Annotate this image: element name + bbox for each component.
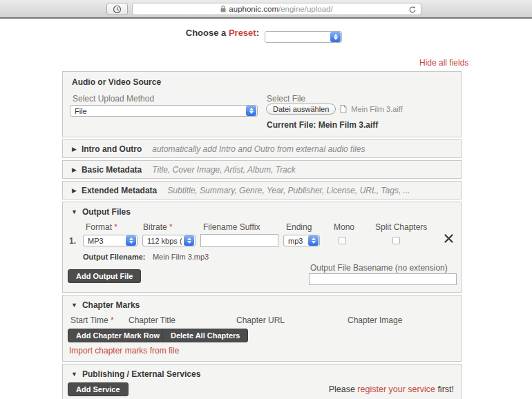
section-output-files: ▼ Output Files Format * Bitrate * Filena… — [62, 202, 462, 293]
filename-suffix-input[interactable] — [200, 234, 278, 247]
section-title: Chapter Marks — [82, 300, 140, 310]
column-header-bitrate: Bitrate * — [143, 222, 173, 232]
address-bar[interactable]: auphonic.com/engine/upload/ — [132, 3, 421, 15]
current-file-text: Current File: Mein Film 3.aiff — [267, 120, 378, 130]
bitrate-select[interactable]: 112 kbps (~49MB — [142, 235, 196, 246]
section-header-toggle[interactable]: ▼ Chapter Marks — [71, 300, 140, 310]
section-extended-metadata[interactable]: ▶ Extended Metadata Subtitle, Summary, G… — [62, 181, 462, 200]
upload-method-select[interactable]: File — [70, 105, 258, 117]
select-stepper-icon — [184, 235, 194, 246]
expanded-triangle-icon: ▼ — [71, 371, 77, 378]
section-header-toggle[interactable]: ▼ Output Files — [71, 207, 131, 217]
row-index: 1. — [69, 236, 76, 246]
expanded-triangle-icon: ▼ — [71, 208, 77, 215]
mono-checkbox[interactable] — [339, 237, 346, 244]
section-title: Publishing / External Services — [82, 369, 200, 379]
basename-input[interactable] — [309, 273, 457, 285]
url-path: /engine/upload/ — [278, 5, 333, 13]
section-intro-outro[interactable]: ▶ Intro and Outro automatically add Intr… — [62, 139, 462, 158]
collapsed-triangle-icon: ▶ — [72, 187, 77, 194]
section-publishing: ▼ Publishing / External Services Add Ser… — [62, 364, 462, 399]
hide-all-fields-link[interactable]: Hide all fields — [419, 58, 468, 68]
preset-label: Choose a Preset: — [186, 28, 259, 38]
column-header-ending: Ending — [286, 222, 312, 232]
section-basic-metadata[interactable]: ▶ Basic Metadata Title, Cover Image, Art… — [62, 160, 462, 179]
section-audio-video-source: Audio or Video Source Select Upload Meth… — [62, 71, 462, 137]
url-host: auphonic.com — [229, 5, 278, 13]
output-filename-label: Output Filename: — [83, 253, 145, 261]
file-icon — [340, 105, 347, 113]
section-title: Audio or Video Source — [72, 77, 161, 87]
select-stepper-icon — [126, 235, 136, 246]
section-description: automatically add Intro and Outro from e… — [152, 144, 365, 154]
select-stepper-icon — [330, 32, 341, 42]
column-header-format: Format * — [86, 222, 117, 232]
upload-form: Audio or Video Source Select Upload Meth… — [62, 71, 462, 399]
section-title: Basic Metadata — [82, 165, 142, 175]
section-title: Output Files — [82, 207, 131, 217]
history-button[interactable] — [106, 3, 128, 15]
add-service-button[interactable]: Add Service — [68, 382, 129, 396]
choose-file-button[interactable]: Datei auswählen — [266, 104, 336, 115]
reload-button[interactable] — [408, 5, 417, 14]
column-header-split-chapters: Split Chapters — [375, 222, 427, 232]
upload-method-label: Select Upload Method — [73, 94, 154, 104]
section-chapter-marks: ▼ Chapter Marks Start Time * Chapter Tit… — [62, 295, 462, 362]
ending-select[interactable]: mp3 — [283, 235, 320, 246]
delete-all-chapters-button[interactable]: Delete All Chapters — [162, 329, 248, 342]
add-chapter-mark-row-button[interactable]: Add Chapter Mark Row — [68, 329, 168, 342]
column-header-filename-suffix: Filename Suffix — [203, 222, 260, 232]
column-header-chapter-image: Chapter Image — [348, 315, 402, 325]
register-your-service-link[interactable]: register your service — [357, 385, 435, 394]
format-select[interactable]: MP3 — [83, 235, 137, 246]
column-header-chapter-url: Chapter URL — [236, 315, 285, 325]
collapsed-triangle-icon: ▶ — [72, 146, 77, 153]
preset-select[interactable] — [265, 27, 342, 43]
register-service-notice: Please register your service first! — [329, 385, 454, 394]
column-header-start-time: Start Time * — [70, 315, 114, 325]
section-title: Intro and Outro — [82, 144, 142, 154]
browser-toolbar: auphonic.com/engine/upload/ — [0, 0, 532, 19]
section-title: Extended Metadata — [82, 186, 157, 195]
select-stepper-icon — [246, 106, 256, 116]
add-output-file-button[interactable]: Add Output File — [68, 269, 141, 283]
section-header-toggle[interactable]: ▼ Publishing / External Services — [71, 369, 200, 379]
clock-icon — [113, 5, 122, 14]
basename-label: Output File Basename (no extension) — [310, 263, 448, 273]
output-filename-value: Mein Film 3.mp3 — [153, 253, 209, 261]
select-file-label: Select File — [267, 94, 305, 104]
expanded-triangle-icon: ▼ — [71, 302, 77, 309]
selected-file-name: Mein Film 3.aiff — [351, 105, 402, 113]
select-stepper-icon — [308, 235, 319, 246]
close-icon — [444, 233, 454, 244]
section-description: Title, Cover Image, Artist, Album, Track — [152, 165, 296, 175]
reload-icon — [408, 6, 417, 14]
split-chapters-checkbox[interactable] — [392, 237, 400, 244]
column-header-mono: Mono — [334, 222, 354, 232]
remove-output-file-button[interactable] — [442, 232, 455, 244]
import-chapter-marks-link[interactable]: Import chapter marks from file — [69, 346, 179, 356]
section-description: Subtitle, Summary, Genre, Year, Publishe… — [167, 186, 410, 195]
lock-icon — [220, 6, 226, 12]
collapsed-triangle-icon: ▶ — [72, 166, 77, 173]
column-header-chapter-title: Chapter Title — [129, 315, 175, 325]
